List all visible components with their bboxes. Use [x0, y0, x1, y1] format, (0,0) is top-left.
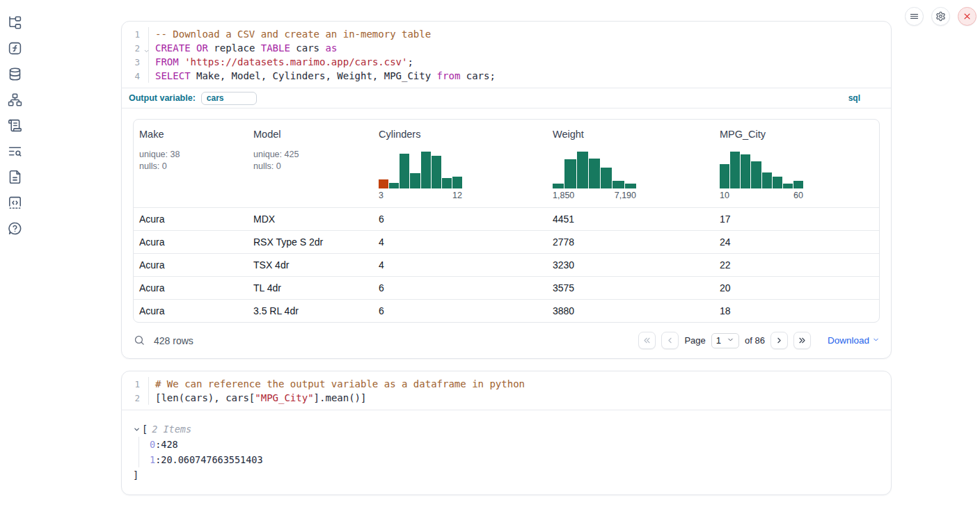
table-cell: Acura	[134, 282, 248, 293]
sidebar-button-scratchpad[interactable]	[8, 118, 23, 133]
page-select[interactable]: 1	[711, 333, 739, 348]
settings-button[interactable]	[931, 7, 950, 26]
function-square-icon	[8, 41, 22, 56]
help-circle-icon	[8, 221, 22, 236]
column-histogram[interactable]: 1,8507,190	[553, 152, 636, 200]
tree-entry-separator: :	[155, 454, 161, 465]
code-line: 1-- Download a CSV and create an in-memo…	[122, 27, 891, 41]
line-number: 4	[122, 71, 143, 81]
table-row: Acura3.5 RL 4dr6388018	[134, 299, 879, 322]
sql-cell: 1-- Download a CSV and create an in-memo…	[121, 21, 892, 359]
sidebar-button-datasources[interactable]	[8, 66, 23, 81]
download-label: Download	[828, 335, 869, 346]
table-cell: 22	[714, 259, 879, 271]
table-cell: RSX Type S 2dr	[248, 236, 373, 248]
sidebar-button-documentation[interactable]	[8, 169, 23, 184]
code-text: -- Download a CSV and create an in-memor…	[149, 29, 431, 40]
sidebar-button-snippets[interactable]	[8, 195, 23, 210]
page-total-label: of 86	[745, 335, 765, 346]
histogram-range-labels: 1060	[720, 191, 803, 200]
line-number: 2	[122, 393, 143, 403]
sidebar-button-dependency-graph[interactable]	[8, 92, 23, 107]
fold-chevron-icon[interactable]	[143, 46, 150, 56]
histogram-bar	[762, 172, 772, 188]
table-row: AcuraMDX6445117	[134, 207, 879, 230]
histogram-bar	[625, 184, 636, 188]
tree-open-bracket: [	[142, 424, 148, 435]
previous-page-button[interactable]	[661, 332, 679, 349]
chevron-down-icon	[872, 335, 880, 346]
code-line: 1# We can reference the output variable …	[122, 377, 891, 391]
column-header-mpg_city[interactable]: MPG_City1060	[714, 120, 879, 207]
sql-code-editor[interactable]: 1-- Download a CSV and create an in-memo…	[122, 22, 891, 88]
code-text: FROM 'https://datasets.marimo.app/cars.c…	[149, 56, 413, 67]
chevron-down-icon	[727, 336, 734, 344]
chevrons-left-icon	[642, 336, 651, 345]
chevron-right-icon	[775, 336, 784, 345]
sidebar-button-logs[interactable]	[8, 143, 23, 159]
table-cell: Acura	[134, 305, 248, 316]
column-title: Model	[253, 129, 368, 140]
histogram-range-labels: 1,8507,190	[553, 191, 636, 200]
folder-tree-icon	[8, 15, 22, 30]
search-icon	[134, 335, 145, 346]
table-cell: 6	[373, 282, 547, 293]
chevrons-right-icon	[798, 336, 807, 345]
table-cell: 3.5 RL 4dr	[248, 305, 373, 316]
page-label: Page	[684, 335, 705, 346]
top-right-controls	[905, 7, 977, 26]
code-text: # We can reference the output variable a…	[149, 378, 525, 389]
left-sidebar	[0, 0, 31, 507]
python-code-editor[interactable]: 1# We can reference the output variable …	[122, 371, 891, 410]
column-header-make[interactable]: Makeunique: 38nulls: 0	[134, 120, 248, 207]
table-footer: 428 rows Page 1 of 86 Download	[122, 323, 891, 349]
column-header-model[interactable]: Modelunique: 425nulls: 0	[248, 120, 373, 207]
histogram-bar	[577, 152, 588, 188]
histogram-bar	[720, 164, 729, 189]
chevron-down-icon	[143, 48, 150, 54]
last-page-button[interactable]	[793, 332, 811, 349]
histogram-bar	[793, 181, 803, 188]
close-icon	[962, 11, 972, 22]
tree-close-bracket: ]	[133, 469, 139, 481]
histogram-bar	[601, 168, 612, 188]
search-icon[interactable]	[133, 335, 145, 347]
gear-icon	[935, 11, 946, 22]
table-cell: 3575	[547, 282, 714, 293]
table-cell: 18	[714, 305, 879, 316]
row-count: 428 rows	[154, 335, 193, 346]
column-header-cylinders[interactable]: Cylinders312	[373, 120, 547, 207]
tree-collapse-icon[interactable]	[133, 426, 141, 433]
line-number: 1	[122, 29, 143, 40]
first-page-button[interactable]	[638, 332, 656, 349]
dataframe-table: Makeunique: 38nulls: 0Modelunique: 425nu…	[133, 119, 880, 323]
table-row: AcuraTSX 4dr4323022	[134, 253, 879, 276]
sidebar-button-help[interactable]	[8, 220, 23, 236]
output-variable-row: Output variable: sql	[122, 88, 891, 108]
column-histogram[interactable]: 1060	[720, 152, 803, 200]
table-body: AcuraMDX6445117AcuraRSX Type S 2dr427782…	[134, 207, 879, 322]
code-snippet-icon	[8, 195, 22, 210]
chevron-left-icon	[665, 336, 674, 345]
histogram-bar	[553, 184, 564, 188]
column-header-weight[interactable]: Weight1,8507,190	[547, 120, 714, 207]
column-title: Weight	[553, 129, 709, 140]
histogram-bar	[783, 184, 793, 188]
shutdown-button[interactable]	[958, 7, 977, 26]
menu-button[interactable]	[905, 7, 924, 26]
table-cell: Acura	[134, 236, 248, 248]
download-button[interactable]: Download	[828, 335, 880, 346]
column-title: MPG_City	[720, 129, 874, 140]
next-page-button[interactable]	[770, 332, 788, 349]
output-variable-input[interactable]	[201, 92, 257, 105]
network-icon	[8, 92, 22, 107]
sidebar-button-file-explorer[interactable]	[8, 15, 23, 30]
column-histogram[interactable]: 312	[379, 152, 462, 200]
table-cell: 24	[714, 236, 879, 248]
language-badge: sql	[848, 93, 860, 103]
histogram-bar	[741, 154, 750, 188]
page-select-value: 1	[716, 335, 721, 346]
histogram-bar	[751, 161, 761, 188]
sidebar-button-variables[interactable]	[8, 40, 23, 56]
code-line: 3FROM 'https://datasets.marimo.app/cars.…	[122, 55, 891, 69]
